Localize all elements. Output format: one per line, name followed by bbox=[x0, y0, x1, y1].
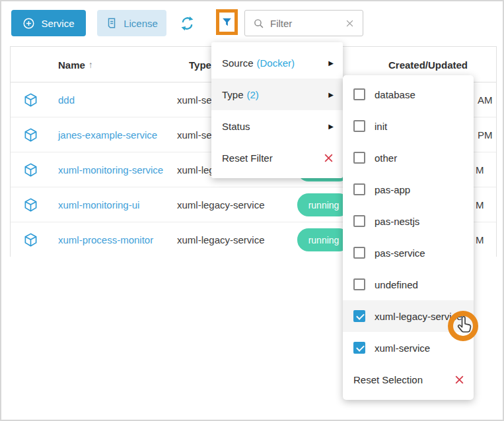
license-document-icon bbox=[106, 17, 118, 29]
filter-dropdown-menu: Source (Docker) ▶ Type (2) ▶ Status ▶ Re… bbox=[211, 42, 343, 178]
reset-x-icon bbox=[454, 374, 465, 385]
type-option-undefined[interactable]: undefined bbox=[343, 269, 474, 300]
chevron-right-icon: ▶ bbox=[328, 123, 334, 130]
package-icon bbox=[22, 82, 39, 117]
type-option-database[interactable]: database bbox=[343, 79, 474, 110]
menu-item-status[interactable]: Status ▶ bbox=[211, 110, 343, 142]
created-updated-fragment: M bbox=[476, 187, 484, 222]
service-name-link[interactable]: janes-example-service bbox=[58, 117, 157, 152]
funnel-icon bbox=[221, 16, 233, 28]
menu-item-label: Type bbox=[222, 89, 244, 100]
status-badge: running bbox=[297, 193, 350, 216]
menu-item-reset-filter[interactable]: Reset Filter bbox=[211, 142, 343, 174]
package-icon bbox=[22, 152, 39, 187]
created-updated-fragment: PM bbox=[478, 117, 493, 152]
menu-item-label: Status bbox=[222, 121, 250, 132]
clear-x-icon[interactable] bbox=[345, 18, 355, 28]
service-type: xuml-legacy-service bbox=[177, 187, 265, 222]
service-type: xuml-legacy-service bbox=[177, 222, 265, 257]
type-filter-submenu: database init other pas-app pas-nestjs p… bbox=[343, 75, 474, 400]
add-service-label: Service bbox=[41, 18, 74, 29]
filter-search-box bbox=[244, 10, 363, 36]
checkbox[interactable] bbox=[353, 278, 365, 290]
option-label: other bbox=[375, 152, 397, 164]
add-service-button[interactable]: Service bbox=[11, 10, 86, 36]
services-page: Service License Name ↑ bbox=[0, 0, 504, 421]
type-option-pas-nestjs[interactable]: pas-nestjs bbox=[343, 205, 474, 237]
reset-selection-item[interactable]: Reset Selection bbox=[343, 364, 474, 395]
type-option-other[interactable]: other bbox=[343, 142, 474, 174]
column-header-created[interactable]: Created/Updated bbox=[388, 59, 468, 71]
checkbox[interactable] bbox=[353, 310, 365, 322]
column-header-type[interactable]: Type bbox=[189, 59, 211, 71]
status-badge: running bbox=[297, 228, 350, 251]
checkbox[interactable] bbox=[353, 120, 365, 132]
option-label: init bbox=[375, 121, 387, 132]
service-name-link[interactable]: xuml-process-monitor bbox=[58, 222, 153, 257]
created-updated-fragment: M bbox=[476, 222, 484, 257]
menu-item-type[interactable]: Type (2) ▶ bbox=[211, 79, 343, 110]
created-updated-fragment: AM bbox=[478, 82, 493, 117]
refresh-icon[interactable] bbox=[179, 15, 196, 32]
type-option-xuml-legacy-service[interactable]: xuml-legacy-service bbox=[343, 300, 474, 332]
service-name-link[interactable]: xuml-monitoring-service bbox=[58, 152, 163, 187]
chevron-right-icon: ▶ bbox=[328, 59, 334, 67]
chevron-right-icon: ▶ bbox=[328, 91, 334, 98]
reset-filter-label: Reset Filter bbox=[222, 152, 273, 164]
option-label: database bbox=[375, 89, 415, 100]
option-label: undefined bbox=[375, 279, 418, 290]
menu-item-label: Source bbox=[222, 57, 254, 69]
reset-x-icon bbox=[323, 152, 334, 164]
type-option-xuml-service[interactable]: xuml-service bbox=[343, 332, 474, 364]
menu-item-value: (Docker) bbox=[257, 57, 295, 69]
type-option-init[interactable]: init bbox=[343, 110, 474, 142]
type-option-pas-app[interactable]: pas-app bbox=[343, 174, 474, 205]
option-label: pas-app bbox=[375, 184, 410, 195]
service-name-link[interactable]: ddd bbox=[58, 82, 75, 117]
menu-item-value: (2) bbox=[247, 89, 259, 100]
created-updated-fragment: M bbox=[476, 152, 484, 187]
checkbox[interactable] bbox=[353, 215, 365, 227]
type-option-pas-service[interactable]: pas-service bbox=[343, 237, 474, 269]
filter-search-input[interactable] bbox=[270, 18, 339, 29]
checkbox[interactable] bbox=[353, 152, 365, 164]
plus-circle-icon bbox=[22, 17, 35, 30]
service-name-link[interactable]: xuml-monitoring-ui bbox=[58, 187, 139, 222]
option-label: pas-nestjs bbox=[375, 216, 419, 227]
option-label: xuml-legacy-service bbox=[375, 311, 462, 322]
license-label: License bbox=[124, 18, 158, 29]
checkbox[interactable] bbox=[353, 183, 365, 195]
sort-ascending-icon: ↑ bbox=[89, 59, 93, 70]
checkbox[interactable] bbox=[353, 88, 365, 100]
package-icon bbox=[22, 187, 39, 222]
license-button[interactable]: License bbox=[97, 10, 166, 36]
package-icon bbox=[22, 117, 39, 152]
column-header-name[interactable]: Name bbox=[58, 59, 85, 71]
option-label: pas-service bbox=[375, 247, 425, 259]
checkbox[interactable] bbox=[353, 247, 365, 259]
menu-item-source[interactable]: Source (Docker) ▶ bbox=[211, 47, 343, 79]
filter-menu-toggle[interactable] bbox=[216, 9, 238, 35]
checkbox[interactable] bbox=[353, 342, 365, 354]
package-icon bbox=[22, 222, 39, 257]
reset-selection-label: Reset Selection bbox=[353, 374, 423, 385]
option-label: xuml-service bbox=[375, 342, 430, 354]
search-icon bbox=[253, 18, 264, 29]
